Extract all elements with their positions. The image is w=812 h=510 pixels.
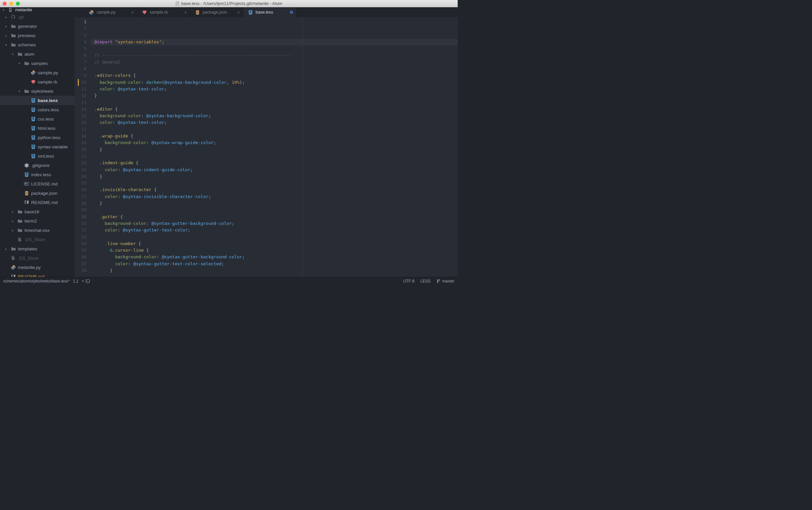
line-number[interactable]: 7 <box>75 59 86 65</box>
code-editor[interactable]: 1234567891011121314151617181920212223242… <box>75 17 458 277</box>
chevron-down-icon[interactable] <box>19 62 22 65</box>
line-number[interactable]: 26 <box>75 187 86 193</box>
code-line[interactable]: .editor-colors { <box>94 72 458 79</box>
code-line[interactable]: color: @syntax-indent-guide-color; <box>94 167 458 173</box>
line-number[interactable]: 8 <box>75 65 86 72</box>
line-number[interactable]: 14 <box>75 106 86 113</box>
chevron-down-icon[interactable] <box>3 8 6 11</box>
code-line[interactable] <box>94 207 458 213</box>
tree-item-schemes[interactable]: schemes <box>0 40 75 49</box>
code-line[interactable]: // -------------------------------------… <box>94 52 458 59</box>
code-line[interactable]: background-color: @syntax-background-col… <box>94 113 458 119</box>
code-line[interactable]: color: @syntax-text-color; <box>94 86 458 92</box>
line-number[interactable]: 24 <box>75 173 86 180</box>
file-tree[interactable]: melanite .gitgeneratorpreviewsschemesato… <box>0 7 75 277</box>
line-number[interactable]: 12 <box>75 92 86 99</box>
code-line[interactable]: .indent-guide { <box>94 160 458 166</box>
code-line[interactable]: &.cursor-line { <box>94 247 458 254</box>
code-line[interactable]: background-color: @syntax-gutter-backgro… <box>94 220 458 227</box>
status-git-branch[interactable]: master <box>436 279 454 283</box>
status-file-path[interactable]: schemes/atom/stylesheets/base.less* <box>3 279 69 283</box>
tree-root[interactable]: melanite <box>0 7 75 12</box>
tree-item-index-less[interactable]: index.less <box>0 170 75 179</box>
code-line[interactable]: } <box>94 146 458 153</box>
line-number[interactable]: 29 <box>75 207 86 213</box>
tree-item-readme-md[interactable]: README.md <box>0 272 75 277</box>
tree-item-templates[interactable]: templates <box>0 244 75 253</box>
line-number[interactable]: 9 <box>75 72 86 79</box>
minimize-window-button[interactable] <box>9 2 13 6</box>
tree-item-stylesheets[interactable]: stylesheets <box>0 86 75 96</box>
code-line[interactable]: } <box>94 200 458 207</box>
line-number[interactable]: 6 <box>75 52 86 59</box>
code-line[interactable]: .gutter { <box>94 214 458 220</box>
line-number[interactable]: 16 <box>75 119 86 126</box>
tree-item-colors-less[interactable]: colors.less <box>0 105 75 114</box>
tab-sample-py[interactable]: sample.py× <box>84 7 138 17</box>
tree-item--ds_store[interactable]: .DS_Store <box>0 235 75 244</box>
line-number[interactable]: 36 <box>75 254 86 260</box>
tree-item-css-less[interactable]: css.less <box>0 114 75 123</box>
chevron-right-icon[interactable] <box>5 247 9 251</box>
tree-item-syntax-variable[interactable]: syntax-variable <box>0 142 75 151</box>
tree-item-license-md[interactable]: LICENSE.md <box>0 179 75 189</box>
status-new-terminal[interactable]: + >_ <box>82 279 90 283</box>
line-number[interactable]: 22 <box>75 160 86 166</box>
line-number[interactable]: 37 <box>75 261 86 267</box>
line-number[interactable]: 25 <box>75 180 86 187</box>
chevron-right-icon[interactable] <box>12 210 15 214</box>
code-line[interactable]: } <box>94 173 458 180</box>
code-line[interactable] <box>94 274 458 277</box>
code-line[interactable]: @import "syntax-variables"; <box>90 39 458 46</box>
code-line[interactable]: color: @syntax-text-color; <box>94 119 458 126</box>
tree-item-python-less[interactable]: python.less <box>0 133 75 142</box>
line-number[interactable]: 3 <box>75 32 86 39</box>
line-number[interactable]: 38 <box>75 267 86 274</box>
code-line[interactable] <box>94 100 458 106</box>
code-line[interactable] <box>94 65 458 72</box>
line-number[interactable]: 35 <box>75 247 86 254</box>
line-number[interactable]: 31 <box>75 220 86 227</box>
chevron-right-icon[interactable] <box>5 15 9 19</box>
tab-sample-rb[interactable]: sample.rb× <box>138 7 191 17</box>
line-number[interactable]: 32 <box>75 227 86 233</box>
chevron-down-icon[interactable] <box>19 89 22 93</box>
tree-item-limechat-osx[interactable]: limechat-osx <box>0 226 75 235</box>
code-line[interactable] <box>94 126 458 133</box>
tree-item-sample-rb[interactable]: sample.rb <box>0 77 75 86</box>
code-line[interactable]: // General <box>94 59 458 65</box>
line-number[interactable]: 23 <box>75 167 86 173</box>
close-tab-icon[interactable]: × <box>184 10 187 15</box>
tree-item-samples[interactable]: samples <box>0 59 75 68</box>
line-number[interactable]: 20 <box>75 146 86 153</box>
tree-item-melanite-py[interactable]: melanite.py <box>0 263 75 272</box>
code-line[interactable]: background-color: @syntax-gutter-backgro… <box>94 254 458 260</box>
code-line[interactable] <box>94 46 458 52</box>
tab-base-less[interactable]: base.less <box>243 7 296 17</box>
line-number[interactable]: 27 <box>75 193 86 200</box>
code-line[interactable] <box>94 180 458 187</box>
code-line[interactable]: color: @syntax-gutter-text-color-selecte… <box>94 261 458 267</box>
chevron-right-icon[interactable] <box>5 34 9 37</box>
code-line[interactable]: .invisible-character { <box>94 187 458 193</box>
line-number[interactable]: 2 <box>75 25 86 32</box>
line-number[interactable]: 5 <box>75 46 86 52</box>
line-number[interactable]: 4 <box>75 39 86 46</box>
line-number[interactable]: 17 <box>75 126 86 133</box>
tab-package-json[interactable]: package.json× <box>191 7 243 17</box>
tree-item--gitignore[interactable]: .gitignore <box>0 161 75 170</box>
chevron-right-icon[interactable] <box>12 219 15 223</box>
tree-item-xml-less[interactable]: xml.less <box>0 151 75 161</box>
chevron-down-icon[interactable] <box>5 43 9 47</box>
tree-item-html-less[interactable]: html.less <box>0 123 75 133</box>
tree-item-readme-md[interactable]: README.md <box>0 198 75 207</box>
chevron-down-icon[interactable] <box>12 52 15 56</box>
line-number[interactable]: 1 <box>75 19 86 25</box>
line-number[interactable]: 13 <box>75 100 86 106</box>
code-line[interactable]: .editor { <box>94 106 458 113</box>
line-number[interactable]: 19 <box>75 139 86 146</box>
status-cursor-position[interactable]: 1,1 <box>73 279 79 283</box>
code-line[interactable] <box>94 234 458 240</box>
chevron-right-icon[interactable] <box>5 25 9 28</box>
line-gutter[interactable]: 1234567891011121314151617181920212223242… <box>75 17 90 277</box>
